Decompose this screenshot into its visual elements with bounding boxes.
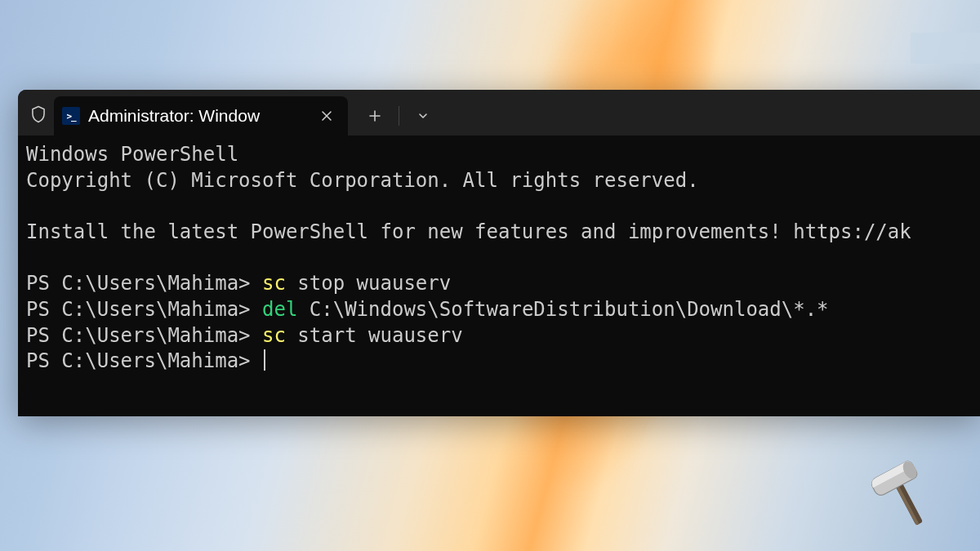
close-tab-button[interactable] <box>317 106 336 126</box>
tab-dropdown-button[interactable] <box>406 100 440 132</box>
terminal-blank <box>26 246 972 272</box>
terminal-prompt-line: PS C:\Users\Mahima> <box>26 349 972 375</box>
new-tab-button[interactable] <box>358 100 392 132</box>
terminal-line: Windows PowerShell <box>26 142 972 168</box>
prompt: PS C:\Users\Mahima> <box>26 298 262 321</box>
terminal-body[interactable]: Windows PowerShellCopyright (C) Microsof… <box>18 136 980 381</box>
terminal-line: Install the latest PowerShell for new fe… <box>26 220 972 246</box>
terminal-command-line: PS C:\Users\Mahima> sc start wuauserv <box>26 323 972 349</box>
windows-terminal-window: Administrator: Window Windows PowerShell… <box>18 90 980 416</box>
svg-rect-0 <box>894 480 924 526</box>
titlebar: Administrator: Window <box>18 90 980 136</box>
hammer-icon <box>861 451 946 536</box>
command-name: del <box>262 298 297 321</box>
terminal-command-line: PS C:\Users\Mahima> del C:\Windows\Softw… <box>26 297 972 323</box>
prompt: PS C:\Users\Mahima> <box>26 324 262 347</box>
command-args: stop wuauserv <box>286 272 451 295</box>
titlebar-actions <box>358 96 440 136</box>
terminal-line: Copyright (C) Microsoft Corporation. All… <box>26 168 972 194</box>
command-name: sc <box>262 324 286 347</box>
separator <box>399 106 399 126</box>
powershell-icon <box>62 107 80 125</box>
svg-rect-1 <box>894 482 920 525</box>
command-name: sc <box>262 272 286 295</box>
overlay-box <box>911 33 980 64</box>
terminal-command-line: PS C:\Users\Mahima> sc stop wuauserv <box>26 271 972 297</box>
text-cursor <box>264 349 265 371</box>
command-args: C:\Windows\SoftwareDistribution\Download… <box>297 298 828 321</box>
shield-icon <box>24 96 52 136</box>
prompt: PS C:\Users\Mahima> <box>26 349 262 372</box>
active-tab[interactable]: Administrator: Window <box>54 96 348 136</box>
tab-title: Administrator: Window <box>88 106 309 126</box>
terminal-blank <box>26 193 972 220</box>
command-args: start wuauserv <box>286 324 463 347</box>
svg-point-2 <box>900 459 920 481</box>
prompt: PS C:\Users\Mahima> <box>26 272 262 295</box>
